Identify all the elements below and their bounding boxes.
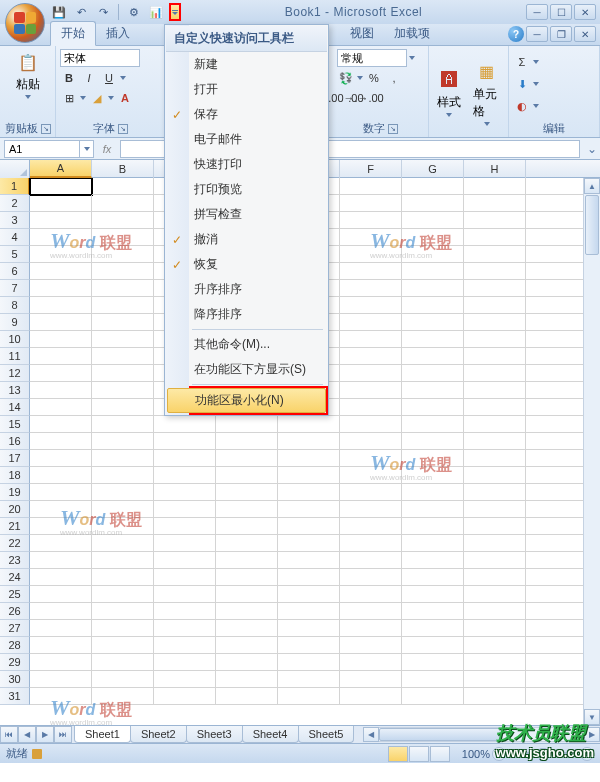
- sheet-nav-prev[interactable]: ◀: [18, 726, 36, 743]
- cell[interactable]: [92, 586, 154, 603]
- percent-button[interactable]: %: [365, 69, 383, 87]
- hscroll-track[interactable]: [379, 727, 584, 742]
- cell[interactable]: [526, 603, 588, 620]
- sheet-nav-next[interactable]: ▶: [36, 726, 54, 743]
- cell[interactable]: [154, 501, 216, 518]
- menu-email[interactable]: 电子邮件: [166, 127, 327, 152]
- row-header[interactable]: 13: [0, 382, 30, 399]
- hscroll-right[interactable]: ▶: [584, 727, 600, 742]
- paste-button[interactable]: 📋 粘贴: [4, 48, 51, 101]
- cell[interactable]: [278, 552, 340, 569]
- cell[interactable]: [340, 569, 402, 586]
- col-header[interactable]: A: [30, 160, 92, 178]
- cell[interactable]: [526, 637, 588, 654]
- cell[interactable]: [526, 382, 588, 399]
- menu-spell[interactable]: 拼写检查: [166, 202, 327, 227]
- cell[interactable]: [340, 314, 402, 331]
- cell[interactable]: [526, 433, 588, 450]
- cell[interactable]: [526, 671, 588, 688]
- menu-new[interactable]: 新建: [166, 52, 327, 77]
- cell[interactable]: [340, 399, 402, 416]
- cell[interactable]: [30, 654, 92, 671]
- cell[interactable]: [216, 637, 278, 654]
- col-header[interactable]: G: [402, 160, 464, 178]
- cell[interactable]: [92, 518, 154, 535]
- cell[interactable]: [464, 229, 526, 246]
- cell[interactable]: [30, 552, 92, 569]
- cell[interactable]: [526, 620, 588, 637]
- menu-redo[interactable]: ✓恢复: [166, 252, 327, 277]
- sheet-tab[interactable]: Sheet2: [130, 726, 187, 743]
- cell[interactable]: [92, 535, 154, 552]
- doc-minimize-button[interactable]: ─: [526, 26, 548, 42]
- cell[interactable]: [340, 195, 402, 212]
- row-header[interactable]: 30: [0, 671, 30, 688]
- cell[interactable]: [402, 620, 464, 637]
- cell[interactable]: [526, 212, 588, 229]
- cell[interactable]: [464, 433, 526, 450]
- cell[interactable]: [92, 280, 154, 297]
- cell[interactable]: [30, 450, 92, 467]
- cell[interactable]: [278, 484, 340, 501]
- cell[interactable]: [340, 365, 402, 382]
- cell[interactable]: [30, 518, 92, 535]
- cell[interactable]: [402, 416, 464, 433]
- cells-button[interactable]: ▦ 单元格: [469, 58, 504, 128]
- cell[interactable]: [92, 637, 154, 654]
- cell[interactable]: [340, 297, 402, 314]
- number-dialog-launcher[interactable]: ↘: [388, 124, 398, 134]
- cell[interactable]: [92, 688, 154, 705]
- cell[interactable]: [526, 586, 588, 603]
- cell[interactable]: [402, 365, 464, 382]
- cell[interactable]: [30, 671, 92, 688]
- cell[interactable]: [402, 518, 464, 535]
- bold-button[interactable]: B: [60, 69, 78, 87]
- cell[interactable]: [402, 382, 464, 399]
- cell[interactable]: [402, 195, 464, 212]
- menu-sortasc[interactable]: 升序排序: [166, 277, 327, 302]
- cell[interactable]: [216, 654, 278, 671]
- cell[interactable]: [402, 229, 464, 246]
- col-header[interactable]: B: [92, 160, 154, 178]
- cell[interactable]: [154, 467, 216, 484]
- cell[interactable]: [402, 433, 464, 450]
- row-header[interactable]: 2: [0, 195, 30, 212]
- cell[interactable]: [154, 518, 216, 535]
- cell[interactable]: [526, 501, 588, 518]
- cell[interactable]: [154, 671, 216, 688]
- row-header[interactable]: 29: [0, 654, 30, 671]
- cell[interactable]: [340, 637, 402, 654]
- cell[interactable]: [92, 195, 154, 212]
- cell[interactable]: [526, 535, 588, 552]
- row-header[interactable]: 16: [0, 433, 30, 450]
- cell[interactable]: [402, 535, 464, 552]
- border-button[interactable]: ⊞: [60, 89, 78, 107]
- cell[interactable]: [30, 178, 92, 195]
- cell[interactable]: [278, 535, 340, 552]
- minimize-button[interactable]: ─: [526, 4, 548, 20]
- row-header[interactable]: 6: [0, 263, 30, 280]
- cell[interactable]: [526, 229, 588, 246]
- cell[interactable]: [402, 297, 464, 314]
- cell[interactable]: [92, 654, 154, 671]
- row-header[interactable]: 9: [0, 314, 30, 331]
- vertical-scrollbar[interactable]: ▲ ▼: [583, 178, 600, 725]
- cell[interactable]: [30, 297, 92, 314]
- scroll-thumb[interactable]: [585, 195, 599, 255]
- cell[interactable]: [464, 365, 526, 382]
- cell[interactable]: [464, 450, 526, 467]
- cell[interactable]: [464, 467, 526, 484]
- cell[interactable]: [464, 331, 526, 348]
- hscroll-left[interactable]: ◀: [363, 727, 379, 742]
- view-normal-button[interactable]: [388, 746, 408, 762]
- cell[interactable]: [154, 654, 216, 671]
- row-header[interactable]: 19: [0, 484, 30, 501]
- cell[interactable]: [216, 501, 278, 518]
- cell[interactable]: [216, 484, 278, 501]
- zoom-in-button[interactable]: +: [580, 747, 594, 761]
- cell[interactable]: [154, 688, 216, 705]
- cell[interactable]: [526, 484, 588, 501]
- cell[interactable]: [30, 348, 92, 365]
- view-pagebreak-button[interactable]: [430, 746, 450, 762]
- cell[interactable]: [278, 518, 340, 535]
